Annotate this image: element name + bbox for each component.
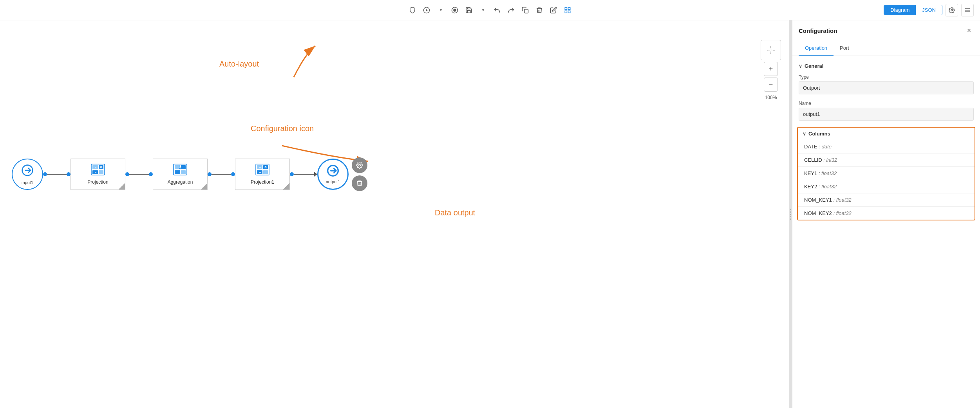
type-field-value: Outport (799, 81, 974, 94)
svg-rect-8 (568, 11, 570, 13)
column-key1: KEY1 : float32 (798, 166, 975, 180)
aggregation-node[interactable]: Σ Aggregation (153, 159, 208, 190)
columns-section: ∨ Columns DATE : date CELLID : int32 KEY… (797, 127, 975, 220)
autolayout-icon[interactable] (562, 5, 573, 16)
save-icon[interactable] (463, 5, 474, 16)
dot-1a (43, 172, 47, 176)
shield-icon[interactable] (407, 5, 418, 16)
connector-4 (290, 172, 317, 177)
name-field-group: Name output1 (792, 97, 980, 124)
delete-action-btn[interactable] (352, 175, 367, 191)
dot-3a (208, 172, 212, 176)
column-date-type: : date (819, 144, 832, 150)
projection1-label: Projection1 (251, 179, 274, 185)
svg-point-9 (951, 9, 953, 11)
zoom-out-btn[interactable]: − (764, 78, 778, 92)
toolbar: ▾ ▾ Diagram JSON (0, 0, 980, 20)
redo-icon[interactable] (506, 5, 517, 16)
general-chevron-icon: ∨ (799, 63, 802, 69)
pipeline: input1 (12, 157, 367, 191)
auto-layout-annotation: Auto-layout (219, 60, 259, 69)
svg-rect-5 (565, 7, 567, 9)
node-actions (352, 157, 367, 191)
column-key2: KEY2 : float32 (798, 180, 975, 193)
column-date: DATE : date (798, 140, 975, 153)
panel-divider[interactable] (789, 20, 792, 408)
connector-3 (208, 172, 235, 176)
svg-point-3 (454, 9, 456, 11)
line-3 (212, 174, 231, 175)
copy-icon[interactable] (520, 5, 531, 16)
delete-icon[interactable] (534, 5, 545, 16)
projection1-node[interactable]: Projection1 (235, 159, 290, 190)
projection-node-icon (91, 164, 105, 177)
dot-3b (231, 172, 235, 176)
tab-operation[interactable]: Operation (799, 41, 834, 56)
toolbar-right: Diagram JSON (884, 4, 974, 16)
play-chevron-icon[interactable]: ▾ (435, 5, 446, 16)
general-section-header[interactable]: ∨ General (792, 61, 980, 71)
output1-node[interactable]: output1 (317, 159, 349, 190)
output1-icon (327, 164, 339, 179)
record-icon[interactable] (449, 5, 460, 16)
svg-rect-6 (568, 7, 570, 9)
name-field-label: Name (799, 101, 974, 106)
projection1-node-icon (255, 164, 269, 177)
column-key2-name: KEY2 (804, 184, 817, 190)
zoom-percent: 100% (765, 95, 777, 100)
column-date-name: DATE (804, 144, 817, 150)
save-chevron-icon[interactable]: ▾ (477, 5, 488, 16)
nav-pan-btn[interactable] (761, 40, 781, 60)
play-icon[interactable] (421, 5, 432, 16)
diagram-tab[interactable]: Diagram (884, 5, 916, 15)
output1-label: output1 (326, 179, 340, 184)
toolbar-actions: ▾ ▾ (6, 5, 974, 16)
columns-section-header[interactable]: ∨ Columns (798, 128, 975, 140)
type-field-group: Type Outport (792, 71, 980, 97)
svg-text:Σ: Σ (179, 165, 181, 170)
tab-port[interactable]: Port (834, 41, 855, 56)
settings-icon[interactable] (946, 4, 958, 16)
main-content: Auto-layout Configuration icon (0, 20, 980, 408)
svg-rect-27 (181, 170, 186, 174)
svg-rect-33 (263, 170, 268, 174)
arrow-4 (314, 172, 317, 177)
zoom-in-btn[interactable]: + (764, 62, 778, 76)
dot-4a (290, 172, 294, 176)
column-nom-key2-type: : float32 (833, 210, 851, 216)
svg-marker-1 (426, 9, 428, 11)
column-key2-type: : float32 (819, 184, 837, 190)
config-tabs: Operation Port (792, 41, 980, 56)
input1-node[interactable]: input1 (12, 159, 43, 190)
config-header: Configuration × (792, 20, 980, 41)
svg-rect-25 (181, 165, 186, 169)
canvas: Auto-layout Configuration icon (0, 20, 789, 408)
column-key1-type: : float32 (819, 170, 837, 176)
menu-icon[interactable] (961, 4, 974, 16)
undo-icon[interactable] (492, 5, 503, 16)
line-2 (129, 174, 149, 175)
json-tab[interactable]: JSON (916, 5, 942, 15)
columns-section-label: Columns (808, 131, 830, 137)
column-cellid-name: CELLID (804, 157, 822, 163)
column-nom-key1: NOM_KEY1 : float32 (798, 193, 975, 206)
view-tab-group: Diagram JSON (884, 5, 942, 15)
svg-rect-4 (524, 9, 528, 13)
configure-action-btn[interactable] (352, 157, 367, 173)
line-1 (47, 174, 67, 175)
divider-dots (790, 209, 791, 220)
config-body: ∨ General Type Outport Name output1 ∨ Co… (792, 56, 980, 408)
connector-2 (125, 172, 153, 176)
pencil-icon[interactable] (548, 5, 559, 16)
dot-2a (125, 172, 129, 176)
config-icon-annotation: Configuration icon (251, 124, 314, 133)
aggregation-node-icon: Σ (173, 164, 187, 177)
column-nom-key1-type: : float32 (833, 197, 851, 203)
column-key1-name: KEY1 (804, 170, 817, 176)
line-4 (294, 174, 314, 175)
svg-rect-7 (565, 11, 567, 13)
projection-node[interactable]: Projection (71, 159, 125, 190)
close-button[interactable]: × (964, 26, 974, 35)
svg-point-37 (359, 164, 361, 166)
zoom-controls: + − 100% (761, 40, 781, 100)
